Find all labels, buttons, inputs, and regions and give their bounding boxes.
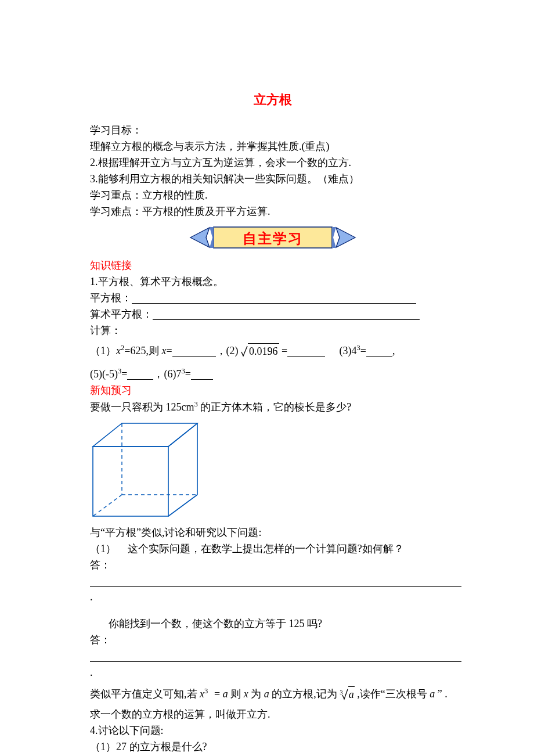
blank-calc-3[interactable] bbox=[366, 345, 392, 357]
discuss-q1-row: （1）这个实际问题，在数学上提出怎样的一个计算问题?如何解？ bbox=[90, 541, 456, 557]
analogy-a2: a bbox=[264, 688, 269, 700]
square-root-line: 平方根： bbox=[90, 290, 456, 307]
calc-row-1: （1）x2=625,则 x=，(2) 0.0196 = (3)43=, bbox=[90, 343, 456, 360]
answer-end-2: . bbox=[90, 667, 93, 678]
knowledge-link-label: 知识链接 bbox=[90, 258, 456, 274]
calc-row-2: (5)(-5)3=，(6)73= bbox=[90, 366, 456, 383]
blank-answer-2[interactable] bbox=[90, 650, 461, 662]
banner-text: 自主学习 bbox=[243, 228, 303, 250]
analogy-p2: = bbox=[214, 688, 220, 700]
preview-q1b: 的正方体木箱，它的棱长是多少? bbox=[200, 401, 351, 413]
arith-root-label: 算术平方根： bbox=[90, 308, 153, 320]
def-open-cube: 求一个数的立方根的运算，叫做开立方. bbox=[90, 707, 456, 723]
calc-1-mid: =625,则 bbox=[124, 345, 159, 357]
calc-1-eq: = bbox=[166, 345, 172, 357]
analogy-a3: a bbox=[430, 688, 435, 700]
study-focus: 学习重点：立方根的性质. bbox=[90, 188, 456, 204]
preview-q1a: 要做一只容积为 125cm bbox=[90, 401, 194, 413]
answer-2-row: 答：. bbox=[90, 632, 456, 681]
calc-2-label: ，(2) bbox=[216, 345, 239, 357]
svg-marker-2 bbox=[93, 447, 168, 516]
blank-square-root[interactable] bbox=[132, 292, 416, 304]
analogy-p7: ” . bbox=[438, 688, 448, 700]
calc-5-eq: = bbox=[121, 368, 127, 380]
goal-2: 2.根据理解开立方与立方互为逆运算，会求一个数的立方. bbox=[90, 155, 456, 171]
discuss-intro: 与“平方根”类似,讨论和研究以下问题: bbox=[90, 525, 456, 541]
blank-calc-1[interactable] bbox=[172, 345, 216, 357]
answer-label-1: 答： bbox=[90, 559, 111, 571]
cube-root-icon: 3a bbox=[340, 686, 354, 703]
study-goals-label: 学习目标： bbox=[90, 123, 456, 139]
square-root-label: 平方根： bbox=[90, 292, 132, 304]
discuss-q1-num: （1） bbox=[90, 543, 116, 555]
q-find-125: 你能找到一个数，使这个数的立方等于 125 吗? bbox=[90, 616, 456, 632]
analogy-p5: 的立方根,记为 bbox=[272, 688, 337, 700]
page-title: 立方根 bbox=[90, 90, 456, 110]
calc-1-label: （1） bbox=[90, 345, 116, 357]
analogy-p6: ,读作“三次根号 bbox=[357, 688, 427, 700]
dq1: （1）27 的立方根是什么? bbox=[90, 739, 456, 755]
arith-root-line: 算术平方根： bbox=[90, 307, 456, 323]
blank-calc-6[interactable] bbox=[191, 368, 213, 380]
calc-6-eq: = bbox=[185, 368, 191, 380]
preview-q1: 要做一只容积为 125cm3 的正方体木箱，它的棱长是多少? bbox=[90, 399, 456, 416]
goal-3: 3.能够利用立方根的相关知识解决一些实际问题。（难点） bbox=[90, 171, 456, 188]
analogy-line: 类似平方值定义可知,若 x3= a 则 x 为 a 的立方根,记为 3a ,读作… bbox=[90, 686, 456, 703]
discuss-q1-text: 这个实际问题，在数学上提出怎样的一个计算问题?如何解？ bbox=[128, 543, 404, 555]
calc-3-eq: = bbox=[360, 345, 366, 357]
blank-calc-2[interactable] bbox=[287, 345, 325, 357]
calc-label: 计算： bbox=[90, 323, 456, 339]
svg-marker-1 bbox=[93, 423, 197, 447]
answer-1-row: 答：. bbox=[90, 557, 456, 606]
analogy-p4: 为 bbox=[251, 688, 261, 700]
analogy-p1: 类似平方值定义可知,若 bbox=[90, 688, 197, 700]
cube-figure bbox=[90, 420, 456, 518]
answer-end-1: . bbox=[90, 591, 93, 603]
svg-line-5 bbox=[168, 495, 197, 516]
calc-6-label: ，(6)7 bbox=[153, 368, 181, 380]
cube-icon bbox=[90, 420, 203, 518]
calc-2-eq: = bbox=[279, 345, 288, 357]
sqrt-icon: 0.0196 bbox=[241, 343, 279, 360]
goal-1: 理解立方根的概念与表示方法，并掌握其性质.(重点) bbox=[90, 139, 456, 155]
blank-arith-root[interactable] bbox=[153, 308, 420, 320]
study-difficulty: 学习难点：平方根的性质及开平方运算. bbox=[90, 204, 456, 220]
svg-line-7 bbox=[93, 495, 122, 516]
concept-line1: 1.平方根、算术平方根概念。 bbox=[90, 274, 456, 290]
banner-container: 自主学习 bbox=[90, 223, 456, 252]
blank-answer-1[interactable] bbox=[90, 575, 461, 587]
analogy-a1: a bbox=[223, 688, 228, 700]
analogy-x1: x bbox=[244, 688, 248, 700]
discuss-4-label: 4.讨论以下问题: bbox=[90, 723, 456, 739]
svg-line-3 bbox=[168, 423, 197, 447]
blank-calc-5[interactable] bbox=[127, 368, 153, 380]
answer-label-2: 答： bbox=[90, 634, 111, 646]
calc-3-label: (3)4 bbox=[340, 345, 357, 357]
calc-5-label: (5)(-5) bbox=[90, 368, 118, 380]
analogy-p3: 则 bbox=[230, 688, 241, 700]
calc-2-radicand: 0.0196 bbox=[248, 343, 279, 360]
new-preview-label: 新知预习 bbox=[90, 383, 456, 399]
